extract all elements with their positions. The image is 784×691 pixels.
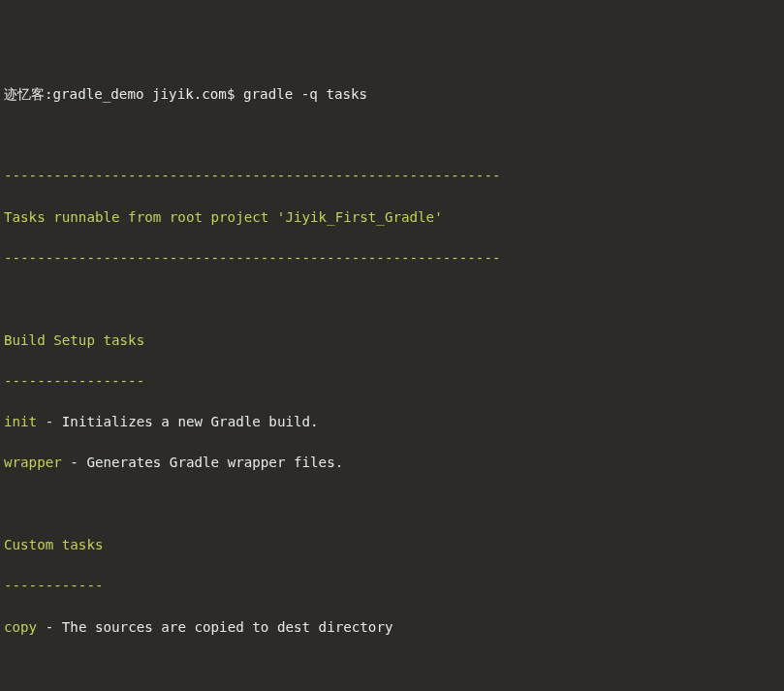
section-custom-rule: ------------ [4,576,780,596]
task-name-init: init [4,414,37,429]
task-sep: - [37,619,62,635]
blank-line [4,125,780,145]
task-name-copy: copy [4,619,37,635]
task-row: wrapper - Generates Gradle wrapper files… [4,453,780,473]
section-custom-title: Custom tasks [4,535,780,555]
blank-line [4,658,780,678]
task-desc: Generates Gradle wrapper files. [86,455,343,470]
header-title: Tasks runnable from root project 'Jiyik_… [4,207,780,228]
task-row: init - Initializes a new Gradle build. [4,412,780,432]
prompt-dollar: $ [227,86,235,102]
task-sep: - [37,414,62,429]
task-desc: Initializes a new Gradle build. [62,414,319,429]
terminal-prompt-line[interactable]: 迹忆客:gradle_demo jiyik.com$ gradle -q tas… [4,84,780,105]
blank-line [4,494,780,515]
section-build-setup-title: Build Setup tasks [4,330,780,351]
section-build-setup-rule: ----------------- [4,371,780,392]
task-row: copy - The sources are copied to dest di… [4,617,780,638]
task-desc: The sources are copied to dest directory [62,619,393,635]
blank-line [4,289,780,309]
header-rule-bottom: ----------------------------------------… [4,248,780,268]
task-name-wrapper: wrapper [4,455,62,470]
prompt-host: 迹忆客:gradle_demo jiyik.com [4,86,227,102]
header-rule-top: ----------------------------------------… [4,166,780,186]
task-sep: - [62,455,87,470]
command-text: gradle -q tasks [243,86,367,102]
